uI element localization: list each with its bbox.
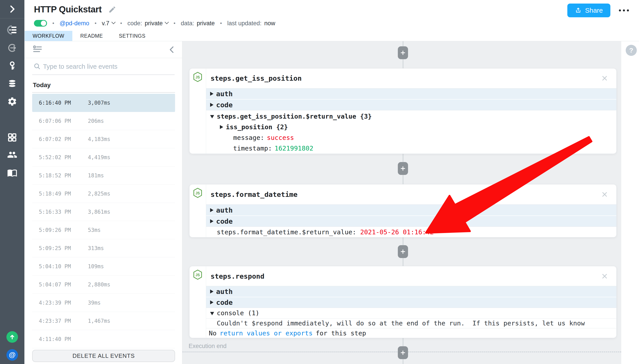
event-row[interactable]: 6:16:40 PM 3,007ms — [32, 94, 175, 112]
tree-node-label: steps.get_iss_position.$return_value {3} — [217, 112, 372, 120]
event-row[interactable]: 5:09:25 PM 313ms — [32, 239, 175, 257]
step-title-row[interactable]: steps.format_datetime — [206, 184, 616, 204]
close-icon[interactable] — [601, 191, 608, 198]
step-card-respond: JS steps.respond auth code console (1) — [189, 266, 616, 338]
event-time: 5:16:33 PM — [39, 209, 73, 215]
filter-events-icon[interactable] — [32, 44, 43, 55]
event-row[interactable]: 4:11:40 PM — [32, 330, 175, 348]
nodejs-icon: JS — [193, 72, 202, 82]
step-result-row: steps.format_datetime.$return_value: 202… — [206, 226, 616, 237]
meta-separator: • — [120, 20, 122, 26]
plus-icon — [400, 350, 406, 356]
step-title-row[interactable]: steps.respond — [206, 266, 616, 286]
more-options-icon[interactable] — [618, 7, 630, 14]
section-auth-label: auth — [216, 288, 233, 296]
event-list-panel: Today 6:16:40 PM 3,007ms 6:07:06 PM 206m… — [25, 41, 182, 364]
plus-icon — [400, 50, 406, 56]
event-duration: 3,861ms — [88, 209, 110, 215]
section-code[interactable]: code — [206, 297, 616, 308]
svg-text:JS: JS — [195, 191, 200, 195]
collapsed-triangle-icon — [220, 125, 223, 129]
settings-gear-icon[interactable] — [7, 96, 17, 107]
add-step-button[interactable] — [398, 346, 408, 359]
docs-book-icon[interactable] — [7, 168, 17, 178]
section-auth[interactable]: auth — [206, 286, 616, 297]
collapse-panel-icon[interactable] — [167, 44, 177, 55]
page-title: HTTP Quickstart — [34, 4, 102, 14]
meta-separator: • — [95, 20, 96, 26]
step-title: steps.get_iss_position — [211, 74, 302, 82]
version-dropdown[interactable]: v.7 — [102, 20, 115, 27]
close-icon[interactable] — [601, 74, 608, 82]
tree-node-label: iss_position {2} — [226, 123, 288, 131]
account-link[interactable]: @pd-demo — [60, 20, 89, 27]
data-visibility-label: data: — [181, 20, 194, 27]
section-auth[interactable]: auth — [206, 88, 616, 99]
tree-node-return-value[interactable]: steps.get_iss_position.$return_value {3} — [206, 111, 616, 122]
tree-node-iss-position[interactable]: iss_position {2} — [206, 122, 616, 132]
workflow-canvas: Execution end JS steps.get_iss_position … — [182, 41, 621, 364]
edit-title-pencil-icon[interactable] — [108, 6, 116, 14]
tab-readme[interactable]: README — [72, 31, 111, 41]
expand-sidebar-icon[interactable] — [7, 4, 17, 14]
data-stores-icon[interactable] — [7, 78, 17, 89]
delete-all-events-button[interactable]: DELETE ALL EVENTS — [32, 350, 175, 362]
console-label: console (1) — [217, 309, 259, 317]
upgrade-icon[interactable] — [7, 331, 18, 343]
code-visibility-dropdown[interactable]: code: private — [127, 20, 168, 27]
event-row[interactable]: 4:23:39 PM 39ms — [32, 294, 175, 312]
event-row[interactable]: 4:23:37 PM 1,467ms — [32, 312, 175, 330]
workflow-active-toggle[interactable] — [34, 20, 47, 26]
last-updated: last updated: now — [227, 20, 275, 27]
event-row[interactable]: 5:18:52 PM 181ms — [32, 166, 175, 185]
key-icon[interactable] — [7, 61, 17, 71]
exports-link[interactable]: return values or exports — [220, 330, 313, 337]
event-row[interactable]: 5:04:07 PM 2,880ms — [32, 276, 175, 294]
event-time: 4:11:40 PM — [39, 336, 73, 342]
event-row[interactable]: 5:16:33 PM 3,861ms — [32, 203, 175, 221]
event-duration: 2,880ms — [88, 282, 110, 288]
add-step-button[interactable] — [398, 46, 408, 59]
tab-workflow[interactable]: WORKFLOW — [25, 31, 72, 41]
section-code[interactable]: code — [206, 216, 616, 226]
search-underline — [32, 74, 175, 75]
result-key: steps.format_datetime.$return_value: — [217, 228, 356, 236]
sign-out-icon[interactable] — [7, 43, 17, 53]
account-avatar-icon[interactable]: @ — [7, 349, 18, 361]
apps-grid-icon[interactable] — [7, 132, 17, 142]
event-duration: 109ms — [88, 263, 104, 270]
collapsed-triangle-icon — [210, 300, 213, 304]
event-time: 5:09:25 PM — [39, 245, 73, 252]
add-step-button[interactable] — [398, 245, 408, 258]
step-title-row[interactable]: steps.get_iss_position — [206, 68, 616, 88]
section-auth[interactable]: auth — [206, 204, 616, 216]
expanded-triangle-icon — [210, 312, 214, 315]
community-icon[interactable] — [7, 150, 17, 160]
workflows-icon[interactable] — [7, 25, 17, 35]
nodejs-icon: JS — [193, 269, 202, 280]
svg-text:JS: JS — [195, 75, 200, 79]
close-icon[interactable] — [601, 272, 608, 280]
event-time: 5:04:10 PM — [39, 263, 73, 270]
add-step-button[interactable] — [398, 162, 408, 175]
event-row[interactable]: 5:09:26 PM 53ms — [32, 221, 175, 239]
section-code[interactable]: code — [206, 99, 616, 110]
help-button[interactable]: ? — [626, 45, 637, 56]
code-visibility-label: code: — [127, 20, 142, 27]
search-input[interactable] — [43, 60, 167, 73]
share-button[interactable]: Share — [567, 4, 610, 17]
tab-settings[interactable]: SETTINGS — [111, 31, 154, 41]
event-row[interactable]: 6:07:06 PM 206ms — [32, 112, 175, 130]
meta-separator: • — [173, 20, 175, 26]
event-row[interactable]: 6:07:02 PM 4,183ms — [32, 130, 175, 148]
event-group-label: Today — [33, 82, 182, 89]
console-section[interactable]: console (1) — [206, 308, 616, 318]
event-row[interactable]: 5:52:02 PM 4,419ms — [32, 148, 175, 166]
step-footer: No return values or exports for this ste… — [206, 328, 616, 338]
event-row[interactable]: 5:18:49 PM 2,825ms — [32, 185, 175, 203]
footer-prefix: No — [209, 330, 217, 337]
tree-node-timestamp: timestamp: 1621991802 — [206, 143, 616, 154]
tree-key: message: — [233, 134, 264, 142]
event-row[interactable]: 5:04:10 PM 109ms — [32, 257, 175, 276]
console-message: Couldn't $respond immediately, will do s… — [206, 318, 616, 328]
